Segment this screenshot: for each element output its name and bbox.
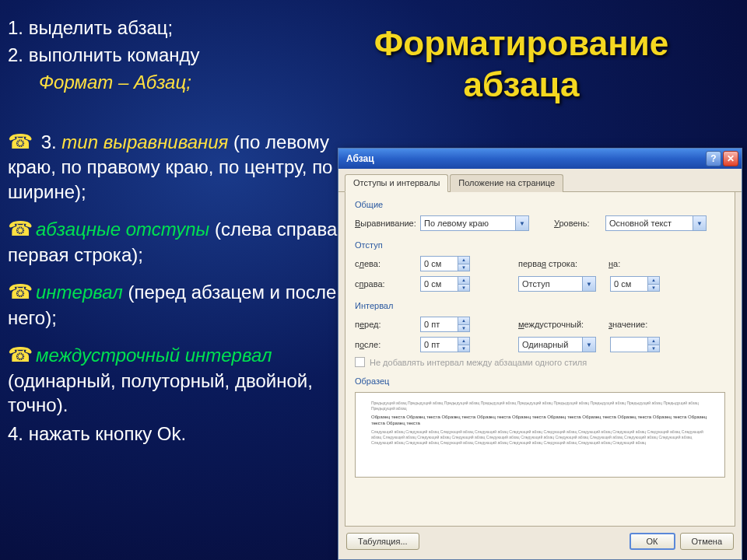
- b4-rest: (одинарный, полуторный, двойной, точно).: [8, 369, 350, 417]
- space-after-value: 0 пт: [424, 340, 440, 349]
- spin-up-icon[interactable]: ▲: [647, 277, 659, 285]
- label-after: после:: [355, 340, 416, 349]
- phone-icon: ☎: [8, 343, 33, 366]
- tabs: Отступы и интервалы Положение на страниц…: [338, 169, 742, 192]
- em-indents: абзацные отступы: [36, 219, 209, 240]
- checkbox-icon[interactable]: [355, 357, 365, 367]
- tabs-button-label: Табуляция...: [358, 537, 408, 546]
- first-line-by-value: 0 см: [614, 279, 631, 289]
- spin-down-icon[interactable]: ▼: [458, 285, 469, 292]
- space-after-spinner[interactable]: 0 пт ▲▼: [420, 337, 470, 352]
- preview-after-text: Следующий абзац Следующий абзац Следующи…: [371, 429, 709, 446]
- tab-indents-spacing[interactable]: Отступы и интервалы: [345, 174, 448, 192]
- slide-title: Форматирование абзаца: [335, 23, 708, 106]
- preview-box: Предыдущий абзац Предыдущий абзац Предыд…: [355, 392, 725, 478]
- spin-up-icon[interactable]: ▲: [458, 317, 469, 325]
- phone-icon: ☎: [8, 130, 33, 153]
- cancel-button-label: Отмена: [692, 537, 722, 546]
- overlap-row: ☎ 3. тип выравнивания (по левому краю, п…: [8, 129, 350, 204]
- label-alignment: Выравнивание:: [355, 219, 416, 228]
- group-preview: Образец Предыдущий абзац Предыдущий абза…: [355, 376, 725, 478]
- chevron-down-icon[interactable]: ▼: [515, 216, 528, 230]
- spin-up-icon[interactable]: ▲: [458, 338, 469, 345]
- titlebar[interactable]: Абзац ? ✕: [338, 149, 742, 169]
- group-spacing: Интервал перед: 0 пт ▲▼ междустрочный: з…: [355, 301, 725, 367]
- chevron-down-icon[interactable]: ▼: [582, 338, 595, 352]
- first-line-combo[interactable]: Отступ ▼: [518, 276, 596, 292]
- tabs-button[interactable]: Табуляция...: [346, 533, 419, 550]
- spin-up-icon[interactable]: ▲: [458, 257, 469, 264]
- close-button[interactable]: ✕: [723, 151, 738, 166]
- preview-main-text: Образец текста Образец текста Образец те…: [371, 414, 709, 427]
- line-spacing-value-spinner[interactable]: ▲▼: [610, 337, 660, 352]
- indent-left-value: 0 см: [424, 259, 441, 268]
- no-space-same-style-row[interactable]: Не добавлять интервал между абзацами одн…: [355, 357, 725, 367]
- tab-page-position[interactable]: Положение на странице: [450, 174, 563, 192]
- line-spacing-value: Одинарный: [522, 340, 568, 349]
- ok-button[interactable]: ОК: [630, 533, 675, 550]
- help-button[interactable]: ?: [706, 151, 721, 166]
- indent-right-value: 0 см: [424, 279, 441, 289]
- group-general: Общие Выравнивание: По левому краю ▼ Уро…: [355, 200, 725, 231]
- label-left: слева:: [355, 259, 416, 268]
- phone-icon: ☎: [8, 280, 33, 303]
- spin-down-icon[interactable]: ▼: [647, 285, 659, 292]
- spin-down-icon[interactable]: ▼: [458, 325, 469, 332]
- alignment-combo[interactable]: По левому краю ▼: [420, 215, 529, 231]
- label-before: перед:: [355, 320, 416, 329]
- group-indent-title: Отступ: [355, 240, 725, 250]
- line-spacing-combo[interactable]: Одинарный ▼: [518, 337, 596, 352]
- ok-button-label: ОК: [647, 537, 658, 546]
- dialog-title: Абзац: [342, 153, 704, 164]
- spin-down-icon[interactable]: ▼: [458, 345, 469, 352]
- alignment-value: По левому краю: [424, 219, 489, 228]
- em-line-spacing: междустрочный интервал: [36, 345, 272, 366]
- menu-path: Формат – Абзац;: [39, 70, 350, 94]
- overlap-text: 3. тип выравнивания (по левому краю, по …: [8, 131, 332, 202]
- bullet-4: ☎междустрочный интервал (одинарный, полу…: [8, 342, 350, 417]
- step-4: 4. нажать кнопку Ok.: [8, 422, 350, 446]
- paragraph-dialog: Абзац ? ✕ Отступы и интервалы Положение …: [338, 148, 742, 560]
- space-before-spinner[interactable]: 0 пт ▲▼: [420, 317, 470, 332]
- label-value: значение:: [608, 320, 651, 329]
- tab1-label: Отступы и интервалы: [353, 178, 440, 187]
- spin-up-icon[interactable]: ▲: [647, 338, 659, 345]
- step-1: 1. выделить абзац;: [8, 16, 350, 40]
- em-interval: интервал: [36, 282, 123, 303]
- first-line-value: Отступ: [522, 279, 550, 289]
- group-spacing-title: Интервал: [355, 301, 725, 310]
- tab-body: Общие Выравнивание: По левому краю ▼ Уро…: [345, 192, 735, 527]
- step-2: 2. выполнить команду: [8, 43, 350, 67]
- preview-before-text: Предыдущий абзац Предыдущий абзац Предыд…: [371, 401, 709, 411]
- group-general-title: Общие: [355, 200, 725, 209]
- slide-text: 1. выделить абзац; 2. выполнить команду …: [8, 16, 350, 449]
- group-indent: Отступ слева: 0 см ▲▼ первая строка: на:…: [355, 240, 725, 292]
- checkbox-label: Не добавлять интервал между абзацами одн…: [370, 358, 587, 367]
- spin-up-icon[interactable]: ▲: [458, 277, 469, 285]
- em-alignment: тип выравнивания: [61, 131, 228, 152]
- cancel-button[interactable]: Отмена: [680, 533, 734, 550]
- level-combo[interactable]: Основной текст ▼: [605, 215, 707, 231]
- label-by: на:: [608, 259, 640, 268]
- label-right: справа:: [355, 279, 416, 289]
- bullet-2: ☎абзацные отступы (слева справа, первая …: [8, 216, 350, 267]
- label-level: Уровень:: [554, 219, 601, 228]
- chevron-down-icon[interactable]: ▼: [693, 216, 706, 230]
- group-preview-title: Образец: [355, 376, 725, 386]
- first-line-by-spinner[interactable]: 0 см ▲▼: [610, 276, 660, 292]
- label-line-spacing: междустрочный:: [518, 320, 604, 329]
- level-value: Основной текст: [609, 219, 672, 228]
- chevron-down-icon[interactable]: ▼: [582, 277, 595, 291]
- spin-down-icon[interactable]: ▼: [458, 264, 469, 271]
- label-first-line: первая строка:: [518, 259, 604, 268]
- bullet-3: ☎интервал (перед абзацем и после него);: [8, 279, 350, 330]
- tab2-label: Положение на странице: [458, 178, 555, 187]
- phone-icon: ☎: [8, 217, 33, 240]
- indent-left-spinner[interactable]: 0 см ▲▼: [420, 256, 470, 271]
- space-before-value: 0 пт: [424, 320, 440, 329]
- indent-right-spinner[interactable]: 0 см ▲▼: [420, 276, 470, 292]
- spin-down-icon[interactable]: ▼: [647, 345, 659, 352]
- button-bar: Табуляция... ОК Отмена: [338, 533, 742, 556]
- step3-prefix: 3.: [41, 131, 62, 152]
